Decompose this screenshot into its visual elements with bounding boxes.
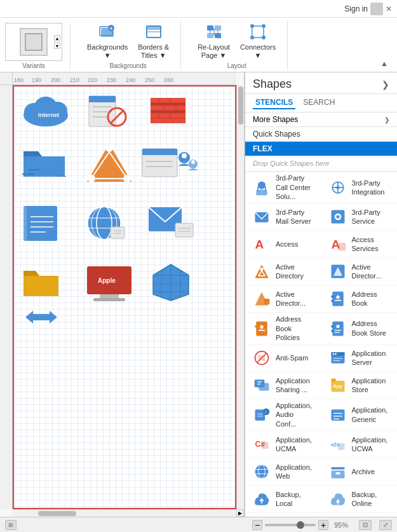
zoom-slider-thumb[interactable] [297,521,304,529]
list-item[interactable]: Anti-Spam [245,344,321,372]
expand-canvas-button[interactable]: ▶ [236,509,244,517]
horizontal-scroll-thumb[interactable] [38,511,76,516]
ruler-tick: 250 [145,77,154,83]
list-item[interactable]: 3rd-Party Service [321,203,398,231]
quick-shapes-row[interactable]: Quick Shapes [245,127,397,142]
full-screen-button[interactable]: ⤢ [379,520,392,530]
svg-rect-87 [24,276,58,296]
svg-rect-92 [93,298,125,301]
svg-rect-49 [28,169,41,170]
list-item[interactable]: Archive [321,458,398,486]
list-item[interactable]: AAccess [245,231,321,258]
list-item[interactable]: Active Director... [245,285,321,313]
shape-row-pair: Address Book PoliciesAddress Book Store [245,313,397,344]
zoom-plus-button[interactable]: + [318,520,328,530]
firewall-shape[interactable] [147,93,189,128]
svg-point-167 [255,465,269,479]
forbidden-doc-shape[interactable] [84,93,131,128]
shapes-list: 3rd-Party Call Center Solu...3rd-Party I… [245,172,397,517]
globe-shape[interactable] [84,204,125,242]
borders-icon [144,22,164,42]
svg-point-126 [336,296,339,299]
svg-rect-84 [175,223,193,237]
shape-row-pair: Anti-SpamApplication Server [245,344,397,372]
fit-page-button[interactable]: ⊡ [359,520,372,530]
shape-item-label: Anti-Spam [273,353,308,362]
shape-item-label: Address Book Store [349,319,393,338]
list-item[interactable]: Backup, Online [321,486,398,513]
list-item[interactable]: Address Book Store [321,313,398,344]
list-item[interactable]: </>Application, UCWA [321,431,398,458]
zoom-minus-button[interactable]: − [252,520,262,530]
shapes-panel: Shapes ❯ STENCILS SEARCH More Shapes ❯ Q… [245,72,397,517]
shapes-expand-icon[interactable]: ❯ [382,79,389,90]
app-ucwa-icon: </> [326,433,349,456]
sign-in-button[interactable]: Sign in ✕ [344,3,392,15]
topology-shape[interactable] [84,140,135,185]
arrow-double-shape[interactable] [25,308,57,327]
page-icon[interactable]: ⊞ [5,520,17,530]
list-item[interactable]: Active Director... [321,258,398,285]
more-shapes-row[interactable]: More Shapes ❯ [245,113,397,127]
shapes-panel-header: Shapes ❯ [245,72,397,94]
svg-point-55 [88,175,95,182]
cube-shape[interactable] [147,261,195,303]
folder-yellow-shape[interactable] [20,264,62,299]
shape-item-label: Access [273,240,298,249]
canvas-content[interactable]: Internet [13,85,236,509]
variants-label: Variants [22,62,45,69]
svg-text:▼: ▼ [109,27,113,31]
shape-row-pair: ♪Application, Audio Conf...Application, … [245,399,397,431]
list-item[interactable]: Application Sharing ... [245,372,321,399]
list-item[interactable]: Application, Web [245,458,321,486]
svg-rect-10 [215,33,221,38]
ribbon-collapse-button[interactable]: ▲ [377,58,392,69]
variants-preview[interactable]: ▲ ▼ [5,23,62,61]
shape-item-label: 3rd-Party Mail Server [273,208,316,226]
address-book-store-icon [326,317,349,340]
svg-point-14 [250,24,254,28]
search-tab[interactable]: SEARCH [300,97,337,109]
ribbon-group-variants: ▲ ▼ Variants [5,23,71,69]
vertical-scroll-thumb[interactable] [238,86,243,125]
ruler-tick: 260 [164,77,173,83]
list-item[interactable]: Address Book Policies [245,313,321,344]
shapes-title: Shapes [253,78,292,91]
vertical-scrollbar[interactable] [236,85,244,509]
list-item[interactable]: AAccess Services [321,231,398,258]
svg-rect-50 [58,174,65,176]
list-item[interactable]: Active Directory [245,258,321,285]
svg-rect-152 [331,379,335,382]
zoom-slider[interactable] [265,524,316,526]
document-shape[interactable] [20,204,62,242]
access-services-icon: A [326,233,349,256]
flex-row[interactable]: FLEX [245,142,397,156]
stencils-tab[interactable]: STENCILS [253,97,295,109]
list-item[interactable]: Address Book [321,285,398,313]
ruler-tick: 230 [107,77,116,83]
svg-rect-35 [151,98,185,103]
list-item[interactable]: 3rd-Party Mail Server [245,203,321,231]
connected-people-shape[interactable] [141,144,198,182]
list-item[interactable]: Application, Generic [321,399,398,431]
svg-text:Apple: Apple [98,277,116,284]
list-item[interactable]: ♪Application, Audio Conf... [245,399,321,431]
svg-point-130 [260,325,263,328]
backgrounds-button[interactable]: ▼ Backgrounds▼ [83,20,131,61]
list-item[interactable]: 3rd-Party Call Center Solu... [245,172,321,203]
list-item[interactable]: 3rd-Party Integration [321,172,398,203]
email-shape[interactable] [147,204,198,239]
active-directory3-icon [250,287,273,310]
internet-shape[interactable]: Internet [20,93,71,128]
list-item[interactable]: C#Application, UCMA [245,431,321,458]
relayout-button[interactable]: Re-LayoutPage ▼ [194,20,234,61]
connectors-button[interactable]: Connectors▼ [236,20,279,61]
list-item[interactable]: AppApplication Store [321,372,398,399]
zoom-level: 95% [331,521,351,529]
apple-monitor-shape[interactable]: Apple [84,263,135,304]
borders-titles-button[interactable]: Borders &Titles ▼ [134,20,173,61]
list-item[interactable]: Application Server [321,344,398,372]
horizontal-scrollbar[interactable] [13,509,236,517]
folder-shape[interactable] [20,144,68,182]
list-item[interactable]: Backup, Local [245,486,321,513]
